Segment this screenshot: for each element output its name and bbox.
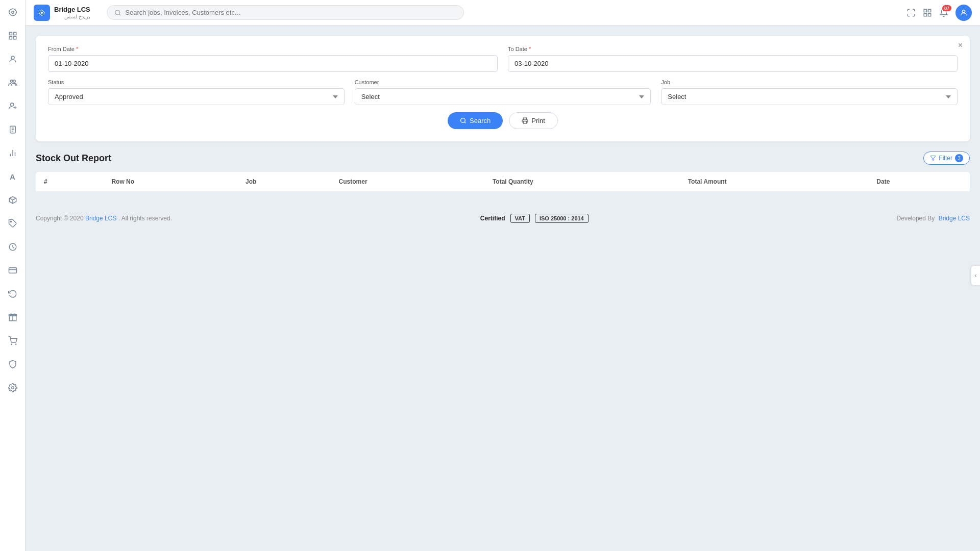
logo-text: Bridge LCS بريدج لسس	[54, 6, 90, 19]
notification-count: 87	[942, 5, 951, 11]
global-search-input[interactable]	[125, 9, 456, 16]
filters-row: Status Approved Customer Select Job Sele…	[48, 79, 958, 105]
from-date-input[interactable]	[48, 55, 498, 72]
logo-icon	[34, 5, 50, 21]
svg-rect-1	[9, 32, 12, 35]
sidebar-icon-refresh[interactable]	[6, 287, 20, 301]
svg-rect-33	[924, 9, 926, 12]
svg-line-32	[119, 14, 120, 15]
from-date-label: From Date *	[48, 46, 498, 52]
svg-point-6	[10, 80, 13, 83]
vat-badge: VAT	[510, 214, 530, 223]
print-icon	[522, 117, 528, 124]
svg-rect-35	[924, 13, 926, 16]
table-header-row: # Row No Job Customer Total Quantity Tot…	[36, 172, 970, 192]
sidebar-icon-clipboard[interactable]	[6, 122, 20, 137]
svg-rect-21	[9, 268, 16, 273]
sidebar-icon-user-add[interactable]	[6, 99, 20, 113]
sidebar-icon-card[interactable]	[6, 263, 20, 278]
svg-point-5	[11, 56, 14, 59]
filter-icon	[930, 155, 936, 161]
footer-center: Certified VAT ISO 25000 : 2014	[480, 214, 589, 223]
svg-rect-36	[928, 13, 931, 16]
filter-actions: Search Print	[48, 112, 958, 129]
svg-point-38	[461, 118, 465, 123]
col-date: Date	[868, 172, 970, 192]
customer-label: Customer	[355, 79, 651, 85]
col-hash: #	[36, 172, 103, 192]
col-customer: Customer	[331, 172, 484, 192]
col-row-no: Row No	[103, 172, 237, 192]
topbar: Bridge LCS بريدج لسس 87	[26, 0, 980, 26]
footer-copyright: Copyright © 2020 Bridge LCS . All rights…	[36, 215, 172, 222]
svg-rect-3	[9, 37, 12, 39]
user-avatar[interactable]	[955, 5, 972, 21]
job-group: Job Select	[661, 79, 958, 105]
sidebar-icon-clock[interactable]	[6, 240, 20, 254]
print-button[interactable]: Print	[509, 112, 558, 129]
table-head: # Row No Job Customer Total Quantity Tot…	[36, 172, 970, 192]
job-select[interactable]: Select	[661, 88, 958, 105]
status-select[interactable]: Approved	[48, 88, 345, 105]
sidebar-icon-user[interactable]	[6, 52, 20, 66]
footer-right: Developed By Bridge LCS	[897, 215, 970, 222]
sidebar-icon-grid[interactable]	[6, 29, 20, 43]
footer-dev-link[interactable]: Bridge LCS	[939, 215, 970, 222]
status-group: Status Approved	[48, 79, 345, 105]
col-total-amount: Total Amount	[680, 172, 869, 192]
close-filter-button[interactable]: ×	[958, 41, 963, 50]
svg-point-0	[11, 11, 14, 14]
main-wrapper: Bridge LCS بريدج لسس 87	[26, 0, 980, 551]
svg-rect-34	[928, 9, 931, 12]
sidebar-icon-shield[interactable]	[6, 357, 20, 371]
search-icon	[114, 9, 121, 16]
svg-point-26	[11, 344, 12, 345]
sidebar-icon-text[interactable]: A	[6, 169, 20, 184]
search-button[interactable]: Search	[448, 112, 503, 129]
apps-button[interactable]	[923, 8, 932, 17]
col-job: Job	[237, 172, 331, 192]
svg-point-28	[11, 387, 14, 389]
sidebar-collapse-handle[interactable]: ‹	[971, 265, 980, 286]
svg-rect-2	[13, 32, 16, 35]
notifications-button[interactable]: 87	[939, 8, 948, 17]
svg-point-37	[962, 10, 965, 12]
from-date-group: From Date *	[48, 46, 498, 72]
sidebar-icon-chart[interactable]	[6, 146, 20, 160]
app-subtitle: بريدج لسس	[54, 14, 90, 19]
svg-line-39	[464, 122, 465, 123]
svg-marker-41	[930, 156, 936, 161]
sidebar-icon-eye[interactable]	[6, 5, 20, 19]
to-date-group: To Date *	[508, 46, 958, 72]
certified-text: Certified	[480, 215, 505, 222]
topbar-actions: 87	[906, 5, 972, 21]
sidebar-icon-settings[interactable]	[6, 381, 20, 395]
to-date-input[interactable]	[508, 55, 958, 72]
fullscreen-button[interactable]	[906, 8, 916, 17]
customer-group: Customer Select	[355, 79, 651, 105]
report-table: # Row No Job Customer Total Quantity Tot…	[36, 172, 970, 192]
report-header: Stock Out Report Filter 3	[36, 152, 970, 165]
customer-select[interactable]: Select	[355, 88, 651, 105]
sidebar-icon-box[interactable]	[6, 193, 20, 207]
sidebar-icon-cart[interactable]	[6, 334, 20, 348]
svg-rect-40	[523, 121, 527, 123]
svg-point-19	[10, 221, 11, 222]
filter-button[interactable]: Filter 3	[923, 152, 970, 165]
logo: Bridge LCS بريدج لسس	[34, 5, 90, 21]
svg-rect-4	[13, 37, 16, 39]
sidebar-icon-gift[interactable]	[6, 310, 20, 324]
global-search[interactable]	[107, 5, 464, 20]
job-label: Job	[661, 79, 958, 85]
footer-company-link[interactable]: Bridge LCS	[85, 215, 116, 222]
sidebar-icon-tag[interactable]	[6, 216, 20, 231]
svg-point-7	[13, 80, 15, 83]
sidebar-icon-users[interactable]	[6, 76, 20, 90]
status-label: Status	[48, 79, 345, 85]
iso-badge: ISO 25000 : 2014	[535, 214, 589, 223]
svg-point-31	[115, 10, 119, 14]
filter-panel: × From Date * To Date * Status	[36, 36, 970, 141]
sidebar: A	[0, 0, 26, 551]
footer: Copyright © 2020 Bridge LCS . All rights…	[36, 208, 970, 229]
app-name: Bridge LCS	[54, 6, 90, 14]
